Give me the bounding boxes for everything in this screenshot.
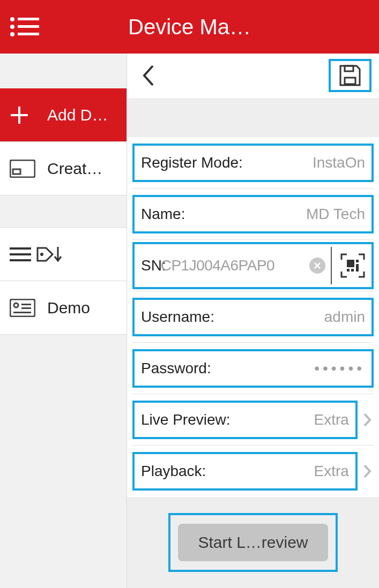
row-playback[interactable]: Playback: Extra xyxy=(132,446,374,497)
username-input[interactable]: admin xyxy=(214,308,365,326)
row-register-mode[interactable]: Register Mode: InstaOn xyxy=(132,137,374,189)
sidebar-item-label: Creat… xyxy=(47,160,127,178)
svg-rect-25 xyxy=(356,264,359,272)
sidebar-item-add-device[interactable]: Add D… xyxy=(0,88,127,142)
sidebar-item-label: Demo xyxy=(47,299,127,317)
svg-rect-12 xyxy=(10,259,31,261)
row-password[interactable]: Password: •••••• xyxy=(132,343,374,394)
svg-rect-16 xyxy=(21,304,31,305)
card-icon xyxy=(10,160,47,178)
form-footer: Start L…review xyxy=(127,497,379,588)
save-button[interactable] xyxy=(329,59,371,92)
svg-rect-7 xyxy=(11,114,28,116)
svg-rect-21 xyxy=(347,260,354,267)
sidebar: Add D… Creat… xyxy=(0,54,127,588)
svg-point-15 xyxy=(14,303,18,307)
field-label: Playback: xyxy=(141,463,206,480)
field-label: Register Mode: xyxy=(141,154,243,171)
field-value: Extra xyxy=(206,463,348,480)
content-pane: Register Mode: InstaOn Name: MD Tech SN:… xyxy=(127,54,379,588)
demo-icon xyxy=(10,299,47,317)
back-button[interactable] xyxy=(135,62,161,89)
field-label: Live Preview: xyxy=(141,411,231,428)
svg-rect-24 xyxy=(351,269,354,272)
field-label: Username: xyxy=(141,308,214,326)
field-value: Extra xyxy=(231,411,349,428)
svg-rect-10 xyxy=(10,247,31,250)
chevron-right-icon xyxy=(361,464,374,479)
svg-rect-18 xyxy=(13,312,31,313)
list-icon xyxy=(10,246,36,262)
svg-point-4 xyxy=(10,32,14,36)
svg-rect-20 xyxy=(345,66,353,71)
svg-rect-19 xyxy=(345,78,355,84)
sn-input[interactable]: CP1J004A6PAP0 xyxy=(161,257,274,274)
svg-rect-5 xyxy=(18,33,39,35)
svg-point-13 xyxy=(40,253,43,256)
password-input[interactable]: •••••• xyxy=(211,360,365,377)
tag-sort-icon xyxy=(36,244,74,265)
svg-rect-1 xyxy=(18,18,39,20)
chevron-right-icon xyxy=(361,412,374,427)
field-label: Password: xyxy=(141,360,211,377)
name-input[interactable]: MD Tech xyxy=(185,206,365,223)
field-value: InstaOn xyxy=(243,154,365,171)
floppy-icon xyxy=(338,64,362,87)
page-title: Device Ma… xyxy=(48,15,379,39)
toolbar xyxy=(127,54,379,98)
row-sn[interactable]: SN: CP1J004A6PAP0 xyxy=(132,240,374,291)
svg-rect-23 xyxy=(347,269,350,272)
row-username[interactable]: Username: admin xyxy=(132,291,374,343)
row-live-preview[interactable]: Live Preview: Extra xyxy=(132,394,374,446)
plus-icon xyxy=(10,105,47,125)
sidebar-item-create[interactable]: Creat… xyxy=(0,142,127,195)
start-live-preview-button[interactable]: Start L…review xyxy=(178,524,328,561)
device-form: Register Mode: InstaOn Name: MD Tech SN:… xyxy=(127,137,379,497)
qr-scan-icon[interactable] xyxy=(331,247,368,284)
svg-rect-9 xyxy=(13,169,20,174)
menu-icon[interactable] xyxy=(0,16,48,37)
sidebar-item-demo[interactable]: Demo xyxy=(0,281,127,335)
app-header: Device Ma… xyxy=(0,0,379,54)
svg-rect-17 xyxy=(21,307,31,309)
row-name[interactable]: Name: MD Tech xyxy=(132,189,374,240)
field-label: Name: xyxy=(141,206,185,223)
svg-point-2 xyxy=(10,25,14,29)
svg-point-0 xyxy=(10,17,14,21)
clear-icon[interactable] xyxy=(309,258,325,274)
svg-rect-11 xyxy=(10,253,31,255)
svg-rect-22 xyxy=(356,260,359,262)
sidebar-item-import[interactable] xyxy=(0,228,127,281)
sidebar-item-label: Add D… xyxy=(47,106,127,124)
svg-rect-3 xyxy=(18,25,39,28)
